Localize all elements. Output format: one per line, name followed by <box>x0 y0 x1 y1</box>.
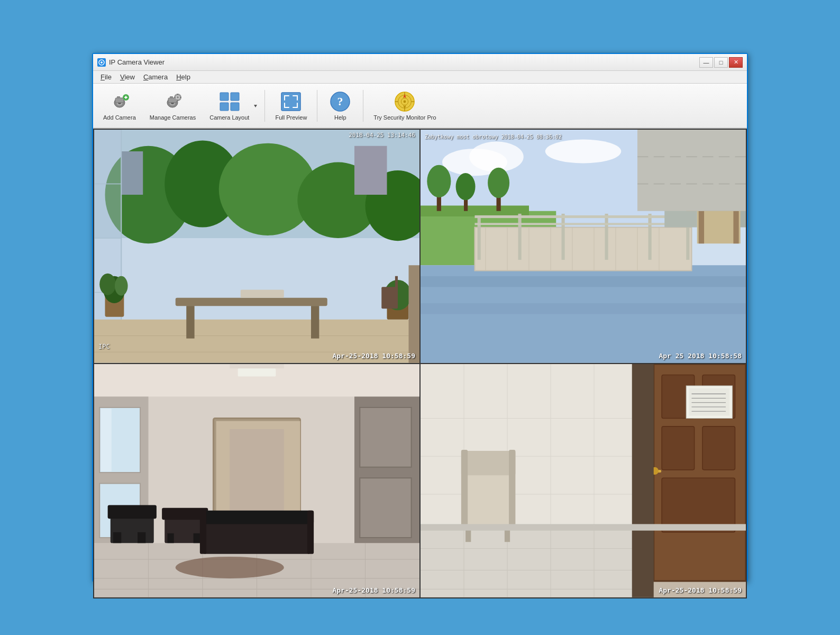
svg-rect-109 <box>733 211 738 244</box>
svg-point-80 <box>456 173 476 200</box>
full-preview-button[interactable]: Full Preview <box>269 87 313 125</box>
svg-rect-14 <box>170 96 173 98</box>
svg-point-1 <box>101 61 103 64</box>
menu-file[interactable]: File <box>96 72 116 82</box>
svg-rect-99 <box>605 214 608 260</box>
full-preview-icon <box>280 91 302 112</box>
svg-point-82 <box>488 168 509 198</box>
app-icon <box>97 58 106 67</box>
svg-rect-194 <box>421 524 746 530</box>
svg-rect-98 <box>562 214 565 260</box>
menu-camera[interactable]: Camera <box>139 72 172 82</box>
main-window: IP Camera Viewer — □ ✕ File View Camera … <box>92 53 748 582</box>
svg-rect-62 <box>176 298 327 306</box>
svg-rect-64 <box>311 306 319 339</box>
menu-help[interactable]: Help <box>172 72 195 82</box>
svg-rect-142 <box>194 533 200 543</box>
separator-3 <box>363 90 363 122</box>
cam2-timestamp: Apr 25 2018 10:58:58 <box>659 352 742 360</box>
svg-rect-84 <box>421 276 746 287</box>
svg-rect-180 <box>464 473 513 527</box>
cam1-top-label: 2018-04-25 13:14:46 <box>349 132 415 139</box>
try-security-label: Try Security Monitor Pro <box>373 114 436 121</box>
svg-rect-129 <box>360 407 411 467</box>
svg-rect-149 <box>238 368 276 376</box>
svg-point-147 <box>176 557 284 578</box>
svg-rect-100 <box>649 214 652 260</box>
manage-cameras-icon <box>162 91 183 112</box>
cam4-timestamp: Apr-25-2018 10:58:59 <box>659 586 742 594</box>
svg-rect-193 <box>632 364 654 597</box>
cam1-channel: IPC <box>98 343 110 350</box>
help-icon: ? <box>330 91 351 112</box>
svg-text:?: ? <box>337 95 343 108</box>
svg-rect-183 <box>509 450 515 527</box>
camera-4: Apr-25-2018 10:58:59 <box>421 364 746 597</box>
svg-rect-182 <box>461 450 468 527</box>
svg-rect-22 <box>220 93 229 101</box>
svg-point-72 <box>469 142 524 172</box>
svg-rect-66 <box>381 287 398 309</box>
svg-rect-181 <box>461 451 516 475</box>
svg-rect-108 <box>699 211 704 244</box>
svg-rect-6 <box>117 96 120 98</box>
minimize-button[interactable]: — <box>699 57 713 68</box>
svg-point-17 <box>177 96 179 98</box>
title-bar-left: IP Camera Viewer <box>97 58 165 67</box>
camera-layout-button[interactable]: Camera Layout <box>204 87 255 125</box>
window-title: IP Camera Viewer <box>109 58 165 66</box>
svg-rect-146 <box>307 511 314 554</box>
svg-rect-138 <box>138 532 145 543</box>
svg-rect-5 <box>115 98 124 103</box>
toolbar: Add Camera <box>93 84 747 129</box>
help-button[interactable]: ? Help <box>322 87 359 125</box>
svg-marker-26 <box>254 105 257 107</box>
svg-rect-103 <box>475 223 692 225</box>
svg-rect-97 <box>518 214 522 260</box>
svg-point-78 <box>427 165 451 198</box>
add-camera-button[interactable]: Add Camera <box>97 87 142 125</box>
svg-rect-25 <box>231 103 239 111</box>
svg-point-73 <box>545 139 622 163</box>
svg-rect-20 <box>174 97 176 98</box>
cam2-top-label: Zabytkowy most obrotowy 2018-04-25 08:36… <box>425 134 562 140</box>
svg-rect-68 <box>409 265 420 363</box>
svg-rect-110 <box>637 130 746 211</box>
svg-rect-136 <box>108 505 157 519</box>
svg-rect-102 <box>475 215 692 218</box>
layout-dropdown-arrow[interactable] <box>253 101 258 111</box>
menu-view[interactable]: View <box>116 72 139 82</box>
manage-cameras-label: Manage Cameras <box>150 114 196 121</box>
svg-rect-175 <box>662 427 695 470</box>
svg-point-58 <box>99 274 116 295</box>
svg-rect-143 <box>203 521 311 554</box>
camera-layout-label: Camera Layout <box>209 114 249 121</box>
manage-cameras-button[interactable]: Manage Cameras <box>144 87 202 125</box>
close-button[interactable]: ✕ <box>729 57 743 68</box>
camera-layout-icon <box>219 91 240 112</box>
svg-rect-24 <box>220 103 229 111</box>
svg-rect-148 <box>230 364 284 368</box>
svg-rect-137 <box>113 532 121 543</box>
svg-rect-67 <box>395 276 398 290</box>
svg-rect-63 <box>186 306 194 339</box>
try-security-button[interactable]: Try Security Monitor Pro <box>368 87 442 125</box>
svg-rect-48 <box>354 146 387 195</box>
camera-3: Apr-25-2018 10:58:59 <box>94 364 419 597</box>
separator-1 <box>264 90 265 122</box>
svg-rect-19 <box>177 99 178 101</box>
svg-rect-21 <box>180 97 181 98</box>
menu-bar: File View Camera Help <box>93 71 747 84</box>
title-bar-controls: — □ ✕ <box>699 57 743 68</box>
svg-rect-9 <box>125 96 126 99</box>
full-preview-label: Full Preview <box>275 114 307 121</box>
maximize-button[interactable]: □ <box>714 57 728 68</box>
svg-rect-96 <box>478 216 481 260</box>
camera-1: 2018-04-25 13:14:46 IPC Apr-25-2018 10:5… <box>94 130 419 363</box>
cam3-timestamp: Apr-25-2018 10:58:59 <box>332 586 415 594</box>
cam1-timestamp: Apr-25-2018 10:58:59 <box>332 352 415 360</box>
add-camera-label: Add Camera <box>103 114 136 121</box>
separator-2 <box>317 90 317 122</box>
camera-2: Zabytkowy most obrotowy 2018-04-25 08:36… <box>421 130 746 363</box>
svg-point-59 <box>115 276 128 296</box>
